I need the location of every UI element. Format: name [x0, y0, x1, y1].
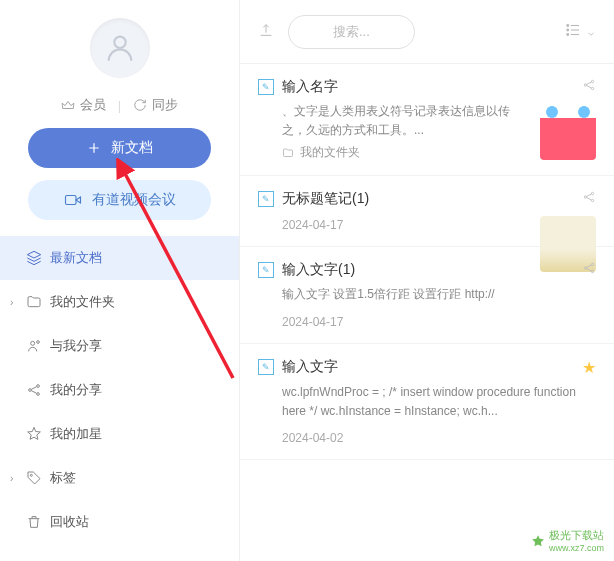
- share-with-me-icon: [22, 338, 46, 354]
- new-document-label: 新文档: [111, 139, 153, 157]
- watermark-logo-icon: [531, 534, 545, 548]
- nav-label: 我的文件夹: [50, 293, 225, 311]
- svg-rect-1: [65, 196, 76, 205]
- share-icon[interactable]: [582, 261, 596, 279]
- sidebar: 会员 | 同步 新文档 有道视频会议 最新文档: [0, 0, 240, 561]
- nav-list: 最新文档 › 我的文件夹 与我分享 我的分: [0, 236, 239, 561]
- star-filled-icon[interactable]: ★: [582, 358, 596, 377]
- nav-label: 我的分享: [50, 381, 225, 399]
- note-item[interactable]: ✎ 输入文字 ★ wc.lpfnWndProc = ; /* insert wi…: [240, 344, 614, 460]
- nav-shared-with-me[interactable]: 与我分享: [0, 324, 239, 368]
- svg-point-4: [29, 389, 32, 392]
- svg-point-5: [37, 385, 40, 388]
- main-panel: 搜索... ✎ 输入名字 、文字是人类用表义符号记录表达信息以传之，久远的方式和…: [240, 0, 614, 561]
- topbar: 搜索...: [240, 0, 614, 64]
- chevron-right-icon: ›: [10, 297, 22, 308]
- member-link[interactable]: 会员: [61, 96, 106, 114]
- avatar[interactable]: [90, 18, 150, 78]
- sync-label: 同步: [152, 96, 178, 114]
- nav-my-folders[interactable]: › 我的文件夹: [0, 280, 239, 324]
- svg-point-11: [584, 84, 586, 86]
- nav-label: 标签: [50, 469, 225, 487]
- svg-point-19: [591, 271, 593, 273]
- crown-icon: [61, 98, 75, 112]
- nav-label: 我的加星: [50, 425, 225, 443]
- note-item[interactable]: ✎ 输入名字 、文字是人类用表义符号记录表达信息以传之，久远的方式和工具。...…: [240, 64, 614, 176]
- user-icon: [103, 31, 137, 65]
- note-title: 输入文字: [282, 358, 574, 376]
- svg-point-2: [31, 341, 35, 345]
- folder-icon-nav: [22, 294, 46, 310]
- stack-icon: [22, 250, 46, 266]
- search-placeholder: 搜索...: [333, 23, 370, 41]
- svg-point-8: [566, 24, 568, 26]
- note-preview: 输入文字 设置1.5倍行距 设置行距 http://: [282, 285, 596, 304]
- note-date: 2024-04-02: [282, 431, 596, 445]
- sync-link[interactable]: 同步: [133, 96, 178, 114]
- share-icon[interactable]: [582, 78, 596, 96]
- note-title: 输入文字(1): [282, 261, 574, 279]
- video-icon: [64, 191, 82, 209]
- share-icon[interactable]: [582, 190, 596, 208]
- note-preview: wc.lpfnWndProc = ; /* insert window proc…: [282, 383, 596, 421]
- upload-icon[interactable]: [254, 18, 278, 46]
- my-share-icon: [22, 382, 46, 398]
- svg-point-6: [37, 393, 40, 396]
- svg-point-7: [30, 474, 32, 476]
- svg-point-13: [591, 87, 593, 89]
- sync-icon: [133, 98, 147, 112]
- nav-recent-docs[interactable]: 最新文档: [0, 236, 239, 280]
- svg-point-15: [591, 193, 593, 195]
- chevron-right-icon: ›: [10, 473, 22, 484]
- tag-icon: [22, 470, 46, 486]
- nav-label: 最新文档: [50, 249, 225, 267]
- note-list: ✎ 输入名字 、文字是人类用表义符号记录表达信息以传之，久远的方式和工具。...…: [240, 64, 614, 561]
- divider: |: [118, 98, 121, 113]
- svg-point-18: [591, 264, 593, 266]
- nav-trash[interactable]: 回收站: [0, 500, 239, 544]
- note-type-icon: ✎: [258, 79, 274, 95]
- nav-tags[interactable]: › 标签: [0, 456, 239, 500]
- new-document-button[interactable]: 新文档: [28, 128, 211, 168]
- note-folder: 我的文件夹: [300, 144, 360, 161]
- svg-point-9: [566, 29, 568, 31]
- note-type-icon: ✎: [258, 359, 274, 375]
- svg-point-17: [584, 267, 586, 269]
- watermark-name: 极光下载站: [549, 528, 604, 543]
- svg-point-0: [114, 37, 125, 48]
- nav-starred[interactable]: 我的加星: [0, 412, 239, 456]
- svg-point-16: [591, 200, 593, 202]
- folder-small-icon: [282, 147, 294, 159]
- plus-icon: [87, 141, 101, 155]
- member-label: 会员: [80, 96, 106, 114]
- star-icon: [22, 426, 46, 442]
- note-title: 无标题笔记(1): [282, 190, 574, 208]
- note-thumbnail: [540, 104, 596, 160]
- svg-point-10: [566, 33, 568, 35]
- svg-point-14: [584, 196, 586, 198]
- note-item[interactable]: ✎ 无标题笔记(1) 2024-04-17: [240, 176, 614, 247]
- avatar-section: [0, 0, 239, 88]
- video-meeting-button[interactable]: 有道视频会议: [28, 180, 211, 220]
- search-input[interactable]: 搜索...: [288, 15, 415, 49]
- watermark-url: www.xz7.com: [549, 543, 604, 553]
- note-type-icon: ✎: [258, 191, 274, 207]
- note-date: 2024-04-17: [282, 315, 596, 329]
- view-options-icon[interactable]: [560, 17, 600, 47]
- note-item[interactable]: ✎ 输入文字(1) 输入文字 设置1.5倍行距 设置行距 http:// 202…: [240, 247, 614, 343]
- note-title: 输入名字: [282, 78, 574, 96]
- profile-links: 会员 | 同步: [0, 88, 239, 128]
- svg-point-12: [591, 80, 593, 82]
- nav-label: 与我分享: [50, 337, 225, 355]
- trash-icon: [22, 514, 46, 530]
- watermark: 极光下载站 www.xz7.com: [531, 528, 604, 553]
- nav-label: 回收站: [50, 513, 225, 531]
- video-meeting-label: 有道视频会议: [92, 191, 176, 209]
- svg-point-3: [37, 341, 40, 344]
- nav-my-shares[interactable]: 我的分享: [0, 368, 239, 412]
- note-type-icon: ✎: [258, 262, 274, 278]
